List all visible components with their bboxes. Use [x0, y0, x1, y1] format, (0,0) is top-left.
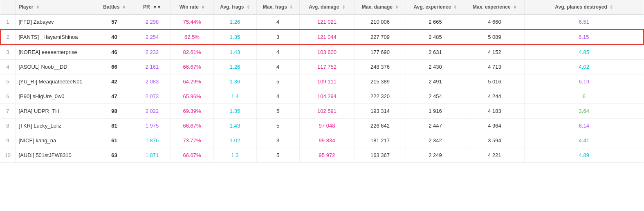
table-header-row: Player Battles PR ▼ Win rate Avg. frags …	[0, 0, 644, 14]
avgplanes-cell: 6.51	[524, 14, 644, 29]
rank-header	[0, 0, 15, 14]
player-cell: [AUDI] 501stJFW8310	[15, 148, 95, 163]
maxexp-header-label: Max. experience	[473, 4, 511, 10]
avgplanes-cell: 3.64	[524, 104, 644, 119]
table-row: 3[KOREA] eeeeenterprise462 23282.61%1.43…	[0, 45, 644, 60]
pr-cell: 2 254	[134, 29, 171, 45]
maxfrags-cell: 4	[256, 60, 299, 74]
table-row: 6[P90] sHigUre_0w0472 07365.96%1.44104 2…	[0, 89, 644, 104]
pr-cell: 1 876	[134, 133, 171, 148]
battles-sort-icon[interactable]	[121, 4, 126, 10]
table-body: 1[FFD] Zabayev572 29875.44%1.264121 0212…	[0, 14, 644, 163]
table-row: 8[TKR] Lucky_Loliz811 97566.67%1.43597 0…	[0, 119, 644, 133]
winrate-cell: 82.61%	[171, 45, 213, 60]
maxfrags-sort-icon[interactable]	[288, 4, 293, 10]
player-cell: [ARA] UDPR_TH	[15, 104, 95, 119]
rank-cell: 4	[0, 60, 15, 74]
avgplanes-header[interactable]: Avg. planes destroyed	[524, 0, 644, 14]
avgdmg-sort-icon[interactable]	[341, 4, 345, 10]
pr-cell: 2 232	[134, 45, 171, 60]
player-cell: [P90] sHigUre_0w0	[15, 89, 95, 104]
avgexp-cell: 2 430	[406, 60, 465, 74]
maxexp-cell: 4 713	[465, 60, 524, 74]
player-sort-icon[interactable]	[35, 4, 39, 10]
maxfrags-header[interactable]: Max. frags	[256, 0, 299, 14]
avgexp-sort-icon[interactable]	[452, 4, 457, 10]
maxdmg-header[interactable]: Max. damage	[355, 0, 406, 14]
avgplanes-cell: 6.19	[524, 74, 644, 89]
maxexp-cell: 4 152	[465, 45, 524, 60]
avgexp-header-label: Avg. experience	[414, 4, 451, 10]
avgexp-cell: 2 631	[406, 45, 465, 60]
winrate-header[interactable]: Win rate	[171, 0, 213, 14]
battles-cell: 47	[95, 89, 134, 104]
avgexp-header[interactable]: Avg. experience	[406, 0, 465, 14]
rank-cell: 1	[0, 14, 15, 29]
maxfrags-cell: 5	[256, 74, 299, 89]
pr-header[interactable]: PR ▼	[134, 0, 171, 14]
pr-cell: 2 161	[134, 60, 171, 74]
winrate-cell: 64.29%	[171, 74, 213, 89]
maxfrags-cell: 3	[256, 29, 299, 45]
avgfrags-cell: 1.02	[213, 133, 256, 148]
avgfrags-cell: 1.4	[213, 89, 256, 104]
maxdmg-cell: 163 367	[355, 148, 406, 163]
avgplanes-cell: 6.14	[524, 119, 644, 133]
table-row: 5[YU_RI] MeaquateeteeN01422 08364.29%1.3…	[0, 74, 644, 89]
rank-cell: 10	[0, 148, 15, 163]
avgplanes-header-label: Avg. planes destroyed	[555, 4, 607, 10]
player-cell: [YU_RI] MeaquateeteeN01	[15, 74, 95, 89]
maxfrags-cell: 4	[256, 14, 299, 29]
avgfrags-cell: 1.43	[213, 119, 256, 133]
table-row: 2[PANTS] _HayamiShinoa402 25462.5%1.3531…	[0, 29, 644, 45]
winrate-cell: 65.96%	[171, 89, 213, 104]
winrate-cell: 75.44%	[171, 14, 213, 29]
avgfrags-cell: 1.3	[213, 148, 256, 163]
avgfrags-sort-icon[interactable]	[245, 4, 250, 10]
player-cell: [NICE] kang_na	[15, 133, 95, 148]
pr-cell: 2 022	[134, 104, 171, 119]
avgfrags-header-label: Avg. frags	[220, 4, 244, 10]
table-row: 1[FFD] Zabayev572 29875.44%1.264121 0212…	[0, 14, 644, 29]
rank-cell: 3	[0, 45, 15, 60]
maxdmg-cell: 222 320	[355, 89, 406, 104]
rank-cell: 5	[0, 74, 15, 89]
avgplanes-cell: 4.02	[524, 60, 644, 74]
avgexp-cell: 2 454	[406, 89, 465, 104]
avgdmg-header[interactable]: Avg. damage	[299, 0, 355, 14]
pr-cell: 1 975	[134, 119, 171, 133]
maxdmg-cell: 177 690	[355, 45, 406, 60]
avgdmg-cell: 99 834	[299, 133, 355, 148]
maxexp-header[interactable]: Max. experience	[465, 0, 524, 14]
avgfrags-header[interactable]: Avg. frags	[213, 0, 256, 14]
avgfrags-cell: 1.26	[213, 14, 256, 29]
rank-cell: 7	[0, 104, 15, 119]
winrate-sort-icon[interactable]	[200, 4, 204, 10]
battles-header[interactable]: Battles	[95, 0, 134, 14]
maxfrags-cell: 5	[256, 104, 299, 119]
maxdmg-sort-icon[interactable]	[394, 4, 398, 10]
avgdmg-header-label: Avg. damage	[309, 4, 339, 10]
avgfrags-cell: 1.35	[213, 29, 256, 45]
maxexp-cell: 4 964	[465, 119, 524, 133]
table-row: 4[ASOUL] Noob__DD662 16166.67%1.264117 7…	[0, 60, 644, 74]
pr-sort-icon[interactable]: ▼	[153, 5, 161, 9]
maxfrags-cell: 4	[256, 45, 299, 60]
avgdmg-cell: 121 021	[299, 14, 355, 29]
rank-cell: 2	[0, 29, 15, 45]
maxdmg-cell: 210 006	[355, 14, 406, 29]
maxfrags-cell: 5	[256, 119, 299, 133]
pr-cell: 2 073	[134, 89, 171, 104]
player-header[interactable]: Player	[15, 0, 95, 14]
pr-header-label: PR	[143, 4, 150, 10]
battles-cell: 46	[95, 45, 134, 60]
avgfrags-cell: 1.26	[213, 60, 256, 74]
winrate-cell: 66.67%	[171, 119, 213, 133]
maxfrags-cell: 3	[256, 133, 299, 148]
avgplanes-sort-icon[interactable]	[608, 4, 613, 10]
avgplanes-cell: 6.15	[524, 29, 644, 45]
avgdmg-cell: 121 044	[299, 29, 355, 45]
winrate-cell: 66.67%	[171, 60, 213, 74]
maxfrags-header-label: Max. frags	[263, 4, 287, 10]
maxexp-sort-icon[interactable]	[512, 4, 516, 10]
